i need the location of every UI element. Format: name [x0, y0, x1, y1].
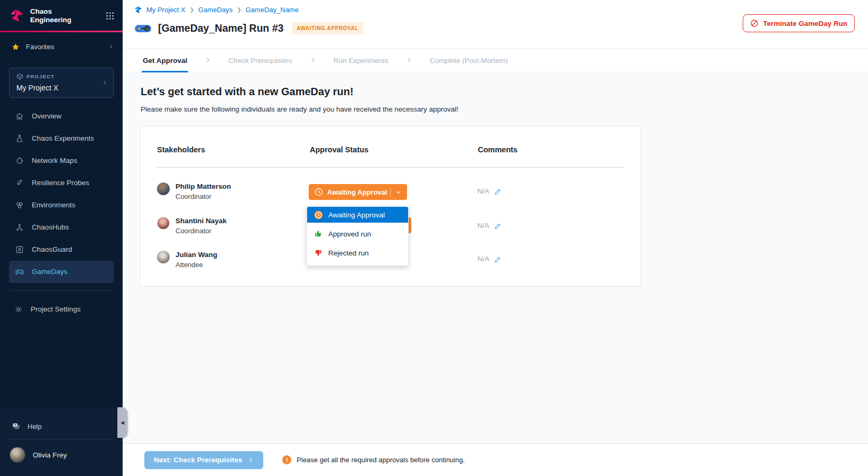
sidebar-item-gamedays[interactable]: GameDays — [9, 261, 114, 283]
comment-cell: N/A — [477, 222, 502, 230]
column-header-approval-status: Approval Status — [310, 145, 368, 154]
sidebar-nav: Overview Chaos Experiments Network Maps … — [0, 105, 123, 283]
comment-cell: N/A — [477, 255, 502, 263]
breadcrumb-gamedays-link[interactable]: GameDays — [198, 6, 233, 14]
page-title: [GameDay_Name] Run #3 — [158, 22, 283, 34]
chevron-right-icon — [101, 79, 108, 86]
project-selector[interactable]: PROJECT My Project X — [9, 68, 114, 98]
sidebar-collapse-handle[interactable]: ◀ — [117, 407, 127, 438]
sidebar-divider — [9, 290, 114, 291]
stakeholders-card: Stakeholders Approval Status Comments Ph… — [140, 126, 641, 287]
sidebar-item-chaos-experiments[interactable]: Chaos Experiments — [0, 127, 123, 150]
status-dropdown-button[interactable]: Awaiting Approval — [309, 184, 407, 200]
network-map-icon — [15, 156, 24, 166]
content-area: Let’s get started with a new GameDay run… — [123, 73, 868, 443]
chevron-right-icon — [309, 57, 317, 64]
chaos-logo-icon — [10, 8, 24, 23]
sidebar-item-label: Network Maps — [32, 157, 77, 164]
column-header-stakeholders: Stakeholders — [157, 145, 205, 154]
main-area: My Project X ❯ GameDays ❯ GameDay_Name — [123, 0, 868, 476]
chaos-logo-blue-icon — [134, 6, 142, 14]
breadcrumb-project-link[interactable]: My Project X — [146, 6, 186, 14]
terminate-gameday-button[interactable]: Terminate GameDay Run — [743, 14, 855, 32]
project-label: PROJECT — [26, 74, 54, 79]
menu-item-rejected-run[interactable]: Rejected run — [307, 245, 408, 261]
stakeholder-role: Coordinator — [176, 227, 227, 235]
breadcrumb-separator-icon: ❯ — [237, 7, 241, 13]
footer-bar: Next: Check Prerequisites ! Please get a… — [123, 443, 868, 476]
breadcrumb-gameday-name-link[interactable]: GameDay_Name — [246, 6, 299, 14]
sidebar-item-resilience-probes[interactable]: Resilience Probes — [0, 172, 123, 194]
breadcrumb-separator-icon: ❯ — [190, 7, 194, 13]
chevron-right-icon — [108, 43, 114, 50]
status-label: Awaiting Approval — [327, 188, 387, 196]
svg-text:?: ? — [14, 424, 16, 427]
comment-value: N/A — [477, 255, 490, 263]
sidebar-item-overview[interactable]: Overview — [0, 105, 123, 127]
tab-get-approval[interactable]: Get Approval — [142, 49, 188, 72]
sidebar-item-label: Overview — [32, 112, 61, 120]
title-row: [GameDay_Name] Run #3 AWAITING APPROVAL — [134, 22, 363, 34]
sidebar-item-chaosguard[interactable]: ChaosGuard — [0, 239, 123, 261]
next-check-prerequisites-button[interactable]: Next: Check Prerequisites — [144, 451, 263, 469]
status-badge: AWAITING APPROVAL — [292, 22, 363, 34]
thumbs-up-icon — [313, 230, 323, 238]
menu-item-approved-run[interactable]: Approved run — [307, 226, 408, 242]
menu-item-label: Rejected run — [328, 249, 369, 257]
sidebar-item-network-maps[interactable]: Network Maps — [0, 150, 123, 172]
button-divider — [390, 188, 391, 196]
approval-warning: ! Please get all the required approvals … — [282, 455, 465, 464]
star-icon — [12, 43, 20, 51]
thumbs-down-icon — [313, 249, 323, 257]
menu-item-label: Approved run — [328, 230, 371, 238]
clock-circle-icon — [315, 188, 323, 196]
page-header: My Project X ❯ GameDays ❯ GameDay_Name — [123, 0, 868, 49]
avatar — [157, 217, 170, 230]
content-heading: Let’s get started with a new GameDay run… — [141, 86, 354, 98]
stakeholder-name: Julian Wang — [176, 251, 217, 259]
favorites-row[interactable]: Favorites — [0, 32, 123, 60]
comment-value: N/A — [477, 222, 490, 230]
sidebar-item-project-settings[interactable]: Project Settings — [0, 298, 123, 321]
comment-cell: N/A — [477, 187, 502, 195]
avatar — [157, 182, 170, 195]
terminate-label: Terminate GameDay Run — [763, 20, 847, 28]
prohibit-icon — [750, 19, 759, 28]
menu-item-awaiting-approval[interactable]: Awaiting Approval — [307, 207, 408, 223]
next-button-label: Next: Check Prerequisites — [154, 456, 242, 464]
tab-label: Run Experiments — [334, 57, 389, 65]
edit-comment-icon[interactable] — [494, 255, 502, 263]
edit-comment-icon[interactable] — [494, 188, 502, 195]
gamepad-icon — [15, 267, 24, 277]
tab-check-prerequisites[interactable]: Check Prerequisites — [227, 49, 293, 72]
stakeholder-role: Attendee — [176, 261, 217, 269]
tab-complete-post-mortem[interactable]: Complete (Post-Mortem) — [429, 49, 509, 72]
collapse-arrow-icon: ◀ — [121, 420, 124, 425]
column-header-comments: Comments — [478, 145, 518, 154]
user-name: Olivia Frey — [33, 451, 67, 459]
sidebar-item-label: Environments — [32, 201, 76, 209]
chevron-right-icon — [204, 57, 211, 64]
avatar — [10, 447, 25, 463]
chevron-down-icon — [395, 189, 402, 195]
sidebar-item-environments[interactable]: Environments — [0, 194, 123, 216]
sidebar-item-chaoshubs[interactable]: ChaosHubs — [0, 216, 123, 239]
header-divider — [157, 167, 624, 168]
comment-value: N/A — [477, 187, 490, 195]
app-grid-icon[interactable] — [106, 12, 114, 20]
content-subheading: Please make sure the following individua… — [141, 105, 458, 113]
help-button[interactable]: ? Help — [0, 414, 123, 439]
project-name: My Project X — [16, 84, 101, 92]
stakeholder-role: Coordinator — [176, 193, 231, 200]
edit-comment-icon[interactable] — [494, 222, 502, 230]
brand-title: Chaos Engineering — [30, 7, 79, 24]
sidebar-header: Chaos Engineering — [0, 0, 123, 31]
cube-icon — [16, 73, 23, 80]
clock-circle-icon — [313, 210, 323, 219]
sidebar-item-label: Chaos Experiments — [32, 134, 94, 142]
hub-icon — [15, 223, 24, 232]
user-profile[interactable]: Olivia Frey — [0, 440, 123, 463]
gamepad-color-icon — [134, 23, 152, 34]
step-tabs: Get Approval Check Prerequisites Run Exp… — [123, 49, 868, 72]
tab-run-experiments[interactable]: Run Experiments — [333, 49, 390, 72]
